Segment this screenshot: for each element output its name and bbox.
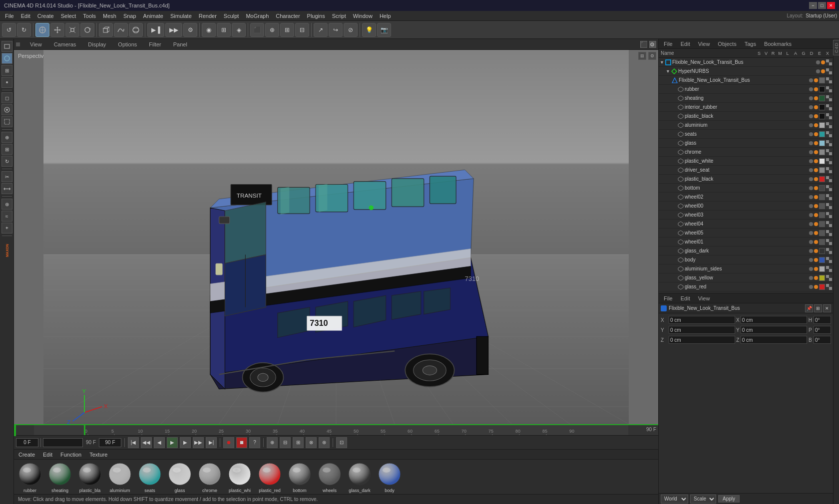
dot-v-driver_seat[interactable]	[814, 168, 818, 172]
menu-window[interactable]: Window	[350, 12, 376, 20]
menu-mesh[interactable]: Mesh	[100, 12, 119, 20]
obj-row-glass_yellow[interactable]: glass_yellow	[659, 273, 833, 282]
dot-v-body[interactable]	[814, 258, 818, 262]
smooth-button[interactable]: ≈	[1, 211, 12, 222]
dot-v-wheel04[interactable]	[814, 222, 818, 226]
next-key-button[interactable]: ▶▶	[193, 437, 204, 448]
dot-s-glass[interactable]	[809, 141, 813, 145]
obj-row-interior_rubber[interactable]: interior_rubber	[659, 103, 833, 112]
dot-s-wheel03[interactable]	[809, 213, 813, 217]
go-end-button[interactable]: ▶|	[206, 437, 217, 448]
keyframe-add-button[interactable]: ⊕	[267, 437, 278, 448]
vp-options-tab[interactable]: Options	[114, 40, 141, 48]
display-gouraud-button[interactable]: ◉	[202, 23, 216, 37]
obj-row-root[interactable]: ▼Flixible_New_Look_Transit_Bus	[659, 58, 833, 67]
dot-s-plastic_black2[interactable]	[809, 177, 813, 181]
display-wire-button[interactable]: ⊞	[217, 23, 231, 37]
mat-item-seats[interactable]: seats	[136, 461, 164, 493]
mat-item-aluminium[interactable]: aluminium	[106, 461, 134, 493]
scale-left-button[interactable]: ⊞	[1, 144, 12, 155]
record-button[interactable]: ⏺	[223, 437, 234, 448]
viewport-canvas[interactable]: Perspective	[14, 50, 658, 424]
vp-settings-icon[interactable]: ⚙	[648, 52, 656, 60]
obj-tab-bookmarks[interactable]: Bookmarks	[761, 40, 795, 47]
menu-mograph[interactable]: MoGraph	[243, 12, 272, 20]
menu-sculpt[interactable]: Sculpt	[221, 12, 242, 20]
obj-row-seats[interactable]: seats	[659, 130, 833, 139]
select-all-button[interactable]: ◻	[1, 92, 12, 103]
camera-button[interactable]: 📷	[377, 23, 391, 37]
dot-v-hyper[interactable]	[821, 69, 825, 73]
menu-snap[interactable]: Snap	[120, 12, 139, 20]
dot-v-rubber[interactable]	[814, 87, 818, 91]
magnet-button[interactable]: ⊛	[1, 199, 12, 210]
menu-character[interactable]: Character	[273, 12, 303, 20]
move-left-button[interactable]: ⊕	[1, 132, 12, 143]
attr-del-button[interactable]: ✕	[823, 304, 831, 312]
record-stop-button[interactable]: ⏹	[236, 437, 247, 448]
obj-row-wheel00[interactable]: wheel00	[659, 202, 833, 211]
rotate-left-button[interactable]: ↻	[1, 156, 12, 167]
obj-row-rubber[interactable]: rubber	[659, 85, 833, 94]
dot-s-interior_rubber[interactable]	[809, 105, 813, 109]
deformer-bend-button[interactable]: ↗	[314, 23, 328, 37]
deformer-shear-button[interactable]: ⊘	[344, 23, 358, 37]
menu-help[interactable]: Help	[377, 12, 394, 20]
dot-s-driver_seat[interactable]	[809, 168, 813, 172]
mat-item-wheels[interactable]: wheels	[316, 461, 344, 493]
object-mode-button[interactable]	[1, 53, 12, 64]
attr-tab-file[interactable]: File	[661, 295, 676, 302]
vp-panel-tab[interactable]: Panel	[169, 40, 191, 48]
timeline-button[interactable]: ⊛	[319, 437, 330, 448]
mat-texture-menu[interactable]: Texture	[87, 451, 110, 458]
dot-v-seats[interactable]	[814, 132, 818, 136]
dot-s-sheating[interactable]	[809, 96, 813, 100]
dot-v-plastic_black1[interactable]	[814, 114, 818, 118]
dot-v-interior_rubber[interactable]	[814, 105, 818, 109]
bridge-button[interactable]: ⟷	[1, 183, 12, 194]
dot-s-body[interactable]	[809, 258, 813, 262]
obj-row-driver_seat[interactable]: driver_seat	[659, 166, 833, 175]
attr-y-pos-input[interactable]	[669, 326, 735, 334]
attr-z-pos-input[interactable]	[669, 336, 735, 344]
vp-display-tab[interactable]: Display	[84, 40, 110, 48]
play-button[interactable]: ▶	[167, 437, 178, 448]
dot-v-wheel05[interactable]	[814, 231, 818, 235]
dot-v-bus2[interactable]	[814, 78, 818, 82]
apply-button[interactable]: Apply	[718, 495, 740, 503]
go-start-button[interactable]: |◀	[128, 437, 139, 448]
point-mode-button[interactable]	[1, 77, 12, 88]
expand-icon-hyper[interactable]: ▼	[666, 69, 670, 74]
dot-s-plastic_white[interactable]	[809, 159, 813, 163]
menu-plugins[interactable]: Plugins	[304, 12, 328, 20]
spline-button[interactable]	[114, 23, 128, 37]
mat-item-rubber[interactable]: rubber	[16, 461, 44, 493]
mat-item-plastic_bla[interactable]: plastic_bla	[76, 461, 104, 493]
dot-s-root[interactable]	[816, 60, 820, 64]
mat-edit-menu[interactable]: Edit	[40, 451, 55, 458]
dot-v-plastic_white[interactable]	[814, 159, 818, 163]
obj-row-floor[interactable]: floor	[659, 291, 833, 293]
dot-v-glass_dark[interactable]	[814, 249, 818, 253]
obj-tab-file[interactable]: File	[661, 40, 676, 47]
dot-s-wheel05[interactable]	[809, 231, 813, 235]
dot-v-glass[interactable]	[814, 141, 818, 145]
menu-create[interactable]: Create	[34, 12, 57, 20]
menu-animate[interactable]: Animate	[140, 12, 166, 20]
dot-s-glass_dark[interactable]	[809, 249, 813, 253]
maximize-button[interactable]: □	[818, 2, 826, 9]
menu-file[interactable]: File	[2, 12, 17, 20]
texture-mode-button[interactable]: ⊞	[1, 65, 12, 76]
nurbs-button[interactable]	[129, 23, 143, 37]
keyframe-del-button[interactable]: ⊟	[280, 437, 291, 448]
obj-row-plastic_black2[interactable]: plastic_black	[659, 175, 833, 184]
attr-y2-pos-input[interactable]	[741, 326, 807, 334]
dot-s-bus2[interactable]	[809, 78, 813, 82]
attr-pin-button[interactable]: 📌	[805, 304, 813, 312]
menu-edit[interactable]: Edit	[18, 12, 33, 20]
obj-row-aluminium[interactable]: aluminium	[659, 121, 833, 130]
vp-filter-tab[interactable]: Filter	[145, 40, 165, 48]
dot-v-bottom[interactable]	[814, 186, 818, 190]
record-key-button[interactable]: ?	[249, 437, 260, 448]
obj-row-plastic_black1[interactable]: plastic_black	[659, 112, 833, 121]
